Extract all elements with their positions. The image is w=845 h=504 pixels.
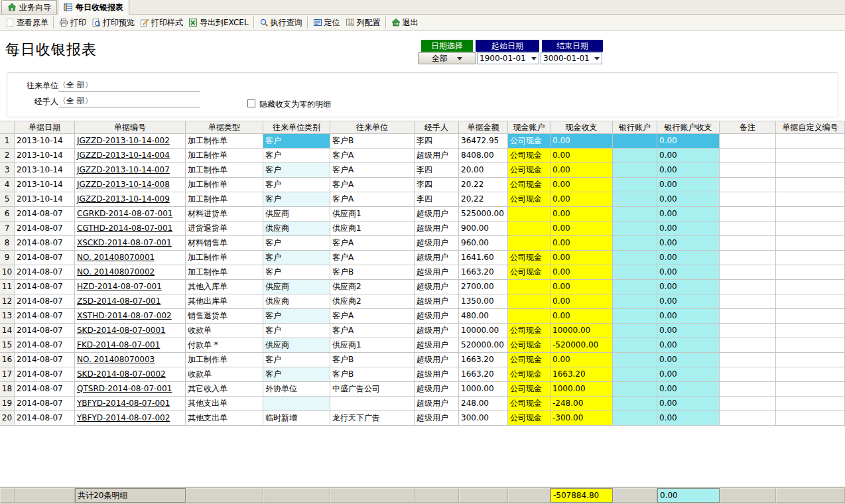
cell-note[interactable]: [720, 397, 776, 411]
cell-handler[interactable]: 超级用户: [415, 411, 459, 426]
cell-amount[interactable]: 480.00: [459, 309, 508, 324]
cell-handler[interactable]: 李四: [415, 163, 459, 178]
cell-bank_flow[interactable]: 0.00: [657, 265, 720, 280]
cell-date[interactable]: 2013-10-14: [15, 134, 75, 149]
cell-cash_flow[interactable]: 0.00: [551, 309, 613, 324]
cell-unit[interactable]: [330, 397, 415, 411]
cell-amount[interactable]: 1663.20: [459, 353, 508, 367]
cell-handler[interactable]: 超级用户: [415, 309, 459, 324]
cell-unit[interactable]: 供应商1: [330, 221, 415, 236]
cell-cash_account[interactable]: [508, 294, 551, 309]
cell-type[interactable]: 其他入库单: [186, 280, 263, 294]
cell-cash_account[interactable]: 公司现金: [508, 134, 551, 149]
table-row[interactable]: 142014-08-07SKD-2014-08-07-0001收款单客户客户A超…: [0, 324, 845, 338]
excel-button[interactable]: 导出到EXCEL: [186, 16, 251, 30]
cell-handler[interactable]: 超级用户: [415, 221, 459, 236]
cell-note[interactable]: [720, 163, 776, 178]
cell-date[interactable]: 2014-08-07: [15, 294, 75, 309]
doc-number-link[interactable]: NO. 201408070003: [75, 353, 186, 367]
cell-category[interactable]: 供应商: [263, 280, 330, 294]
cell-bank_flow[interactable]: 0.00: [657, 280, 720, 294]
cell-unit[interactable]: 供应商2: [330, 280, 415, 294]
table-row[interactable]: 192014-08-07YBFYD-2014-08-07-001其他支出单超级用…: [0, 397, 845, 411]
cell-unit[interactable]: 客户B: [330, 265, 415, 280]
table-row[interactable]: 32013-10-14JGZZD-2013-10-14-007加工制作单客户客户…: [0, 163, 845, 178]
cell-date[interactable]: 2014-08-07: [15, 221, 75, 236]
cell-cash_account[interactable]: 公司现金: [508, 338, 551, 353]
column-header[interactable]: 往来单位类别: [263, 121, 330, 134]
cell-custom_number[interactable]: [776, 367, 845, 382]
cell-amount[interactable]: 300.00: [459, 411, 508, 426]
cell-custom_number[interactable]: [776, 178, 845, 192]
cell-category[interactable]: 客户: [263, 367, 330, 382]
cell-date[interactable]: 2014-08-07: [15, 411, 75, 426]
cell-note[interactable]: [720, 221, 776, 236]
cell-bank_flow[interactable]: 0.00: [657, 207, 720, 221]
cell-unit[interactable]: 客户A: [330, 236, 415, 251]
cell-category[interactable]: 客户: [263, 324, 330, 338]
cell-bank_account[interactable]: [613, 251, 657, 265]
doc-number-link[interactable]: CGTHD-2014-08-07-001: [75, 221, 186, 236]
cell-category[interactable]: 临时新增: [263, 411, 330, 426]
cell-note[interactable]: [720, 178, 776, 192]
cell-handler[interactable]: 李四: [415, 134, 459, 149]
cell-bank_account[interactable]: [613, 178, 657, 192]
row-number[interactable]: 12: [0, 294, 15, 309]
cell-custom_number[interactable]: [776, 163, 845, 178]
column-header[interactable]: 单据编号: [75, 121, 186, 134]
row-number[interactable]: 14: [0, 324, 15, 338]
tab-business-wizard[interactable]: 业务向导: [1, 0, 57, 14]
cell-cash_flow[interactable]: -248.00: [551, 397, 613, 411]
cell-amount[interactable]: 2700.00: [459, 280, 508, 294]
cell-type[interactable]: 收款单: [186, 324, 263, 338]
row-number[interactable]: 1: [0, 134, 15, 149]
column-header[interactable]: 现金账户: [508, 121, 551, 134]
cell-amount[interactable]: 20.00: [459, 163, 508, 178]
table-row[interactable]: 62014-08-07CGRKD-2014-08-07-001材料进货单供应商供…: [0, 207, 845, 221]
cell-cash_flow[interactable]: 0.00: [551, 134, 613, 149]
cell-bank_account[interactable]: [613, 207, 657, 221]
cell-bank_account[interactable]: [613, 280, 657, 294]
cell-handler[interactable]: 超级用户: [415, 280, 459, 294]
cell-note[interactable]: [720, 192, 776, 207]
cell-cash_flow[interactable]: 0.00: [551, 207, 613, 221]
table-row[interactable]: 202014-08-07YBFYD-2014-08-07-002其他支出单临时新…: [0, 411, 845, 426]
cell-unit[interactable]: 供应商1: [330, 338, 415, 353]
cell-unit[interactable]: 中盛广告公司: [330, 382, 415, 397]
cell-type[interactable]: 其他支出单: [186, 411, 263, 426]
cell-bank_flow[interactable]: 0.00: [657, 367, 720, 382]
column-header[interactable]: 往来单位: [330, 121, 415, 134]
cell-note[interactable]: [720, 324, 776, 338]
cell-unit[interactable]: 客户A: [330, 251, 415, 265]
doc-number-link[interactable]: NO. 201408070001: [75, 251, 186, 265]
date-range-dropdown[interactable]: 全部: [418, 52, 476, 64]
cell-bank_flow[interactable]: 0.00: [657, 251, 720, 265]
table-row[interactable]: 112014-08-07HZD-2014-08-07-001其他入库单供应商供应…: [0, 280, 845, 294]
cell-category[interactable]: 客户: [263, 163, 330, 178]
cell-bank_account[interactable]: [613, 265, 657, 280]
cell-handler[interactable]: 超级用户: [415, 265, 459, 280]
doc-number-link[interactable]: JGZZD-2013-10-14-009: [75, 192, 186, 207]
cell-handler[interactable]: 超级用户: [415, 207, 459, 221]
cell-bank_flow[interactable]: 0.00: [657, 163, 720, 178]
table-row[interactable]: 92014-08-07NO. 201408070001加工制作单客户客户A超级用…: [0, 251, 845, 265]
cell-category[interactable]: 客户: [263, 134, 330, 149]
row-number[interactable]: 4: [0, 178, 15, 192]
cell-bank_account[interactable]: [613, 367, 657, 382]
cell-bank_account[interactable]: [613, 149, 657, 163]
cell-custom_number[interactable]: [776, 265, 845, 280]
doc-number-link[interactable]: JGZZD-2013-10-14-007: [75, 163, 186, 178]
cell-amount[interactable]: 36472.95: [459, 134, 508, 149]
cell-handler[interactable]: 超级用户: [415, 251, 459, 265]
cell-date[interactable]: 2014-08-07: [15, 324, 75, 338]
cell-type[interactable]: 其他出库单: [186, 294, 263, 309]
cell-handler[interactable]: 超级用户: [415, 149, 459, 163]
cell-bank_flow[interactable]: 0.00: [657, 149, 720, 163]
cell-date[interactable]: 2014-08-07: [15, 338, 75, 353]
cell-handler[interactable]: 超级用户: [415, 324, 459, 338]
cell-custom_number[interactable]: [776, 236, 845, 251]
cell-unit[interactable]: 客户A: [330, 324, 415, 338]
doc-number-link[interactable]: YBFYD-2014-08-07-001: [75, 397, 186, 411]
cell-cash_account[interactable]: [508, 207, 551, 221]
table-row[interactable]: 102014-08-07NO. 201408070002加工制作单客户客户B超级…: [0, 265, 845, 280]
